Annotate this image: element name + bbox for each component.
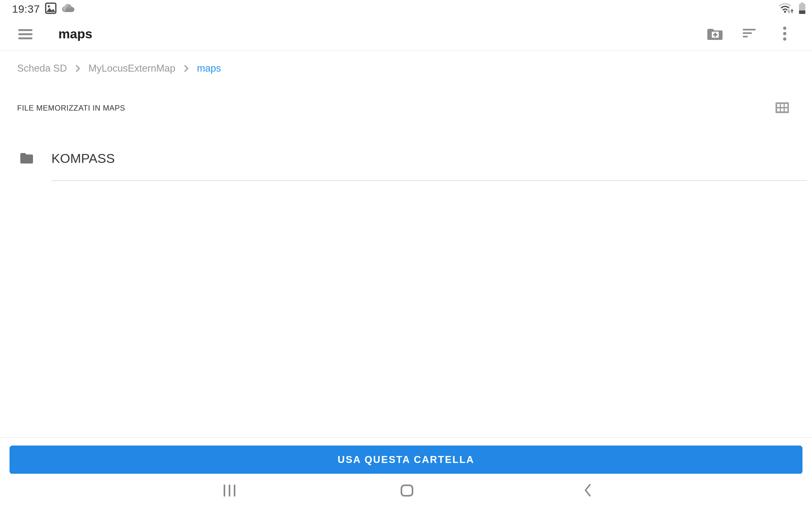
folder-icon xyxy=(20,153,33,165)
more-vert-icon xyxy=(783,26,786,42)
list-divider xyxy=(51,180,807,181)
chevron-right-icon xyxy=(184,64,189,72)
breadcrumb-item-mylocusexternmap[interactable]: MyLocusExternMap xyxy=(89,63,175,74)
recents-icon xyxy=(223,485,235,497)
chevron-right-icon xyxy=(75,64,80,72)
hamburger-menu-icon[interactable] xyxy=(18,29,32,39)
footer: USA QUESTA CARTELLA xyxy=(0,437,812,474)
cloud-icon xyxy=(61,3,75,14)
page-title: maps xyxy=(58,26,92,42)
status-bar: 19:37 xyxy=(0,0,812,18)
recents-button[interactable] xyxy=(210,477,248,504)
clock: 19:37 xyxy=(12,3,40,15)
sort-button[interactable] xyxy=(737,21,763,47)
android-nav-bar xyxy=(0,474,812,507)
new-folder-button[interactable] xyxy=(702,21,728,47)
grid-view-button[interactable] xyxy=(773,99,792,118)
sort-icon xyxy=(743,29,757,39)
status-bar-left: 19:37 xyxy=(12,3,75,15)
file-list: KOMPASS xyxy=(0,136,812,181)
battery-icon xyxy=(799,2,806,15)
use-this-folder-button[interactable]: USA QUESTA CARTELLA xyxy=(9,446,803,474)
list-item-folder-kompass[interactable]: KOMPASS xyxy=(0,136,812,181)
section-label: FILE MEMORIZZATI IN MAPS xyxy=(17,104,125,112)
section-header: FILE MEMORIZZATI IN MAPS xyxy=(17,101,792,115)
back-button[interactable] xyxy=(569,477,607,504)
breadcrumb-item-maps-current[interactable]: maps xyxy=(197,63,221,74)
new-folder-icon xyxy=(707,27,723,41)
status-bar-right xyxy=(779,2,806,15)
app-bar-actions xyxy=(702,21,798,47)
app-bar: maps xyxy=(0,18,812,51)
home-button[interactable] xyxy=(388,477,426,504)
photo-icon xyxy=(45,3,56,15)
more-options-button[interactable] xyxy=(772,21,798,47)
file-name: KOMPASS xyxy=(51,151,115,166)
back-icon xyxy=(584,483,591,498)
home-icon xyxy=(401,485,413,497)
wifi-traffic-icon xyxy=(779,2,795,15)
breadcrumb: Scheda SD MyLocusExternMap maps xyxy=(17,63,221,74)
breadcrumb-item-scheda-sd[interactable]: Scheda SD xyxy=(17,63,67,74)
document-picker-screen: 19:37 xyxy=(0,0,812,507)
grid-view-icon xyxy=(775,102,789,114)
